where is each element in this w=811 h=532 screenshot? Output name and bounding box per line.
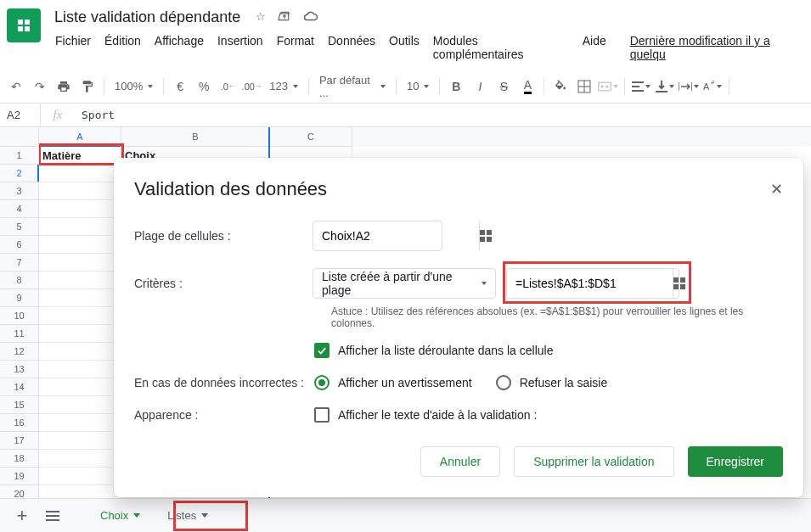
cell-a19[interactable] <box>39 468 121 485</box>
name-box[interactable]: A2 <box>0 104 41 126</box>
decrease-decimal-button[interactable]: .0← <box>217 76 239 98</box>
menu-data[interactable]: Données <box>322 31 381 64</box>
cell-range-input[interactable] <box>313 229 479 243</box>
cell-a12[interactable] <box>39 343 121 361</box>
cell-a7[interactable] <box>39 254 121 272</box>
cell-a6[interactable] <box>39 236 121 254</box>
menu-view[interactable]: Affichage <box>149 31 210 64</box>
print-button[interactable] <box>53 76 75 98</box>
row-header-3[interactable]: 3 <box>0 182 39 200</box>
row-header-1[interactable]: 1 <box>0 147 39 165</box>
row-header-14[interactable]: 14 <box>0 378 39 396</box>
criteria-range-input[interactable] <box>507 277 673 290</box>
row-header-13[interactable]: 13 <box>0 361 39 378</box>
rotate-button[interactable]: A <box>701 76 724 98</box>
percent-button[interactable]: % <box>193 76 215 98</box>
grid-select-icon[interactable] <box>673 269 685 298</box>
grid-select-icon[interactable] <box>479 221 492 250</box>
currency-button[interactable]: € <box>169 76 191 98</box>
paint-format-button[interactable] <box>76 76 99 98</box>
sheet-tab-choix[interactable]: Choix <box>88 502 152 529</box>
halign-button[interactable] <box>630 76 652 98</box>
font-size-select[interactable]: 10 <box>402 80 434 92</box>
valign-button[interactable] <box>654 76 676 98</box>
add-sheet-button[interactable]: + <box>8 502 36 529</box>
row-header-6[interactable]: 6 <box>0 236 39 254</box>
data-validation-dialog: Validation des données ✕ Plage de cellul… <box>114 158 803 497</box>
cell-a15[interactable] <box>39 396 121 414</box>
borders-button[interactable] <box>573 76 595 98</box>
zoom-select[interactable]: 100% <box>110 80 158 92</box>
row-header-16[interactable]: 16 <box>0 414 39 432</box>
sheets-logo[interactable] <box>7 8 41 42</box>
cell-a14[interactable] <box>39 378 121 396</box>
row-header-17[interactable]: 17 <box>0 432 39 450</box>
cell-a4[interactable] <box>39 200 121 218</box>
remove-validation-button[interactable]: Supprimer la validation <box>514 446 673 477</box>
row-header-19[interactable]: 19 <box>0 468 39 485</box>
cell-a11[interactable] <box>39 325 121 343</box>
close-icon[interactable]: ✕ <box>770 180 783 199</box>
row-header-10[interactable]: 10 <box>0 307 39 325</box>
menu-format[interactable]: Format <box>271 31 320 64</box>
cloud-status-icon[interactable] <box>303 10 318 25</box>
undo-button[interactable]: ↶ <box>5 76 27 98</box>
row-header-12[interactable]: 12 <box>0 343 39 361</box>
cell-a16[interactable] <box>39 414 121 432</box>
merge-button[interactable] <box>597 76 619 98</box>
criteria-type-select[interactable]: Liste créée à partir d'une plage <box>313 268 496 299</box>
show-help-checkbox[interactable] <box>314 407 329 423</box>
cell-a5[interactable] <box>39 218 121 236</box>
cell-a9[interactable] <box>39 289 121 307</box>
cell-a2[interactable] <box>39 165 121 182</box>
menu-insert[interactable]: Insertion <box>211 31 269 64</box>
col-header-c[interactable]: C <box>270 127 352 147</box>
col-header-b[interactable]: B <box>121 127 270 147</box>
all-sheets-button[interactable] <box>39 502 66 529</box>
cell-a3[interactable] <box>39 182 121 200</box>
cell-a8[interactable] <box>39 272 121 289</box>
menu-file[interactable]: Fichier <box>49 31 97 64</box>
row-header-11[interactable]: 11 <box>0 325 39 343</box>
menu-addons[interactable]: Modules complémentaires <box>427 31 575 64</box>
text-color-button[interactable]: A <box>516 76 538 98</box>
radio-show-warning[interactable] <box>314 375 329 390</box>
menu-tools[interactable]: Outils <box>383 31 425 64</box>
increase-decimal-button[interactable]: .00→ <box>240 76 262 98</box>
cell-a10[interactable] <box>39 307 121 325</box>
cell-a17[interactable] <box>39 432 121 450</box>
select-all-corner[interactable] <box>0 127 39 147</box>
radio-reject-input[interactable] <box>496 375 511 390</box>
row-header-8[interactable]: 8 <box>0 272 39 289</box>
strike-button[interactable]: S <box>493 76 515 98</box>
font-select[interactable]: Par défaut ... <box>314 74 391 99</box>
row-header-4[interactable]: 4 <box>0 200 39 218</box>
save-button[interactable]: Enregistrer <box>688 446 783 477</box>
col-header-a[interactable]: A <box>39 127 121 147</box>
bold-button[interactable]: B <box>445 76 467 98</box>
row-header-15[interactable]: 15 <box>0 396 39 414</box>
last-edit-link[interactable]: Dernière modification il y a quelqu <box>624 31 811 64</box>
row-header-5[interactable]: 5 <box>0 218 39 236</box>
cancel-button[interactable]: Annuler <box>420 446 500 477</box>
row-header-2[interactable]: 2 <box>0 165 39 182</box>
row-header-18[interactable]: 18 <box>0 450 39 468</box>
cell-a18[interactable] <box>39 450 121 468</box>
wrap-button[interactable] <box>678 76 700 98</box>
star-icon[interactable]: ☆ <box>256 10 266 25</box>
show-dropdown-checkbox[interactable] <box>314 343 329 358</box>
italic-button[interactable]: I <box>469 76 491 98</box>
move-icon[interactable] <box>278 10 291 25</box>
fill-color-button[interactable] <box>549 76 572 98</box>
cell-a1[interactable]: Matière <box>39 147 121 165</box>
doc-title-input[interactable]: Liste validation dépendante <box>49 7 245 28</box>
menu-help[interactable]: Aide <box>577 31 612 64</box>
sheet-tab-listes[interactable]: Listes <box>155 502 220 529</box>
redo-button[interactable]: ↷ <box>29 76 51 98</box>
number-format-select[interactable]: 123 <box>264 80 303 92</box>
row-header-7[interactable]: 7 <box>0 254 39 272</box>
cell-a13[interactable] <box>39 361 121 378</box>
menu-edit[interactable]: Édition <box>99 31 147 64</box>
formula-input[interactable]: Sport <box>75 109 811 121</box>
row-header-9[interactable]: 9 <box>0 289 39 307</box>
